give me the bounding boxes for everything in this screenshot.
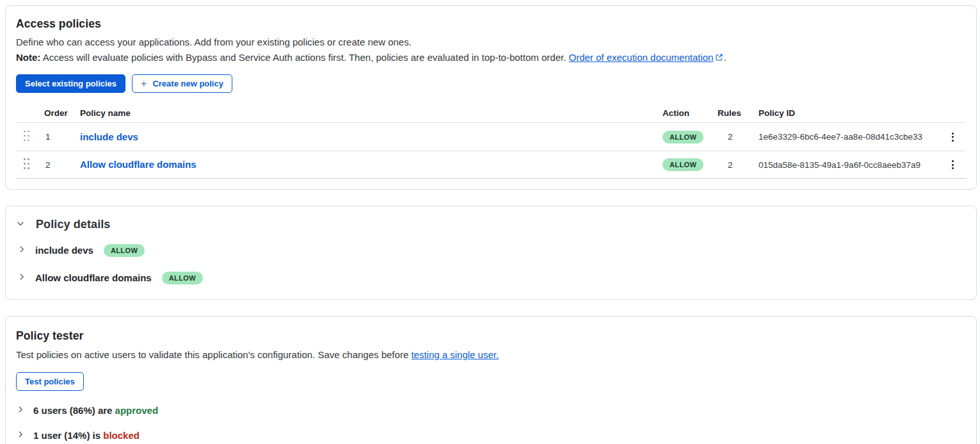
policy-detail-item[interactable]: include devs ALLOW xyxy=(16,242,145,259)
header-policy-name: Policy name xyxy=(80,108,663,118)
drag-handle-icon[interactable] xyxy=(24,158,33,171)
create-new-policy-label: Create new policy xyxy=(152,79,223,88)
blocked-status: blocked xyxy=(103,430,140,441)
tester-result-text: 1 user (14%) is blocked xyxy=(33,430,140,441)
action-badge: ALLOW xyxy=(663,131,703,144)
chevron-down-icon xyxy=(16,219,25,230)
page: Access policies Define who can access yo… xyxy=(0,0,980,444)
row-policy-id: 015da58e-8135-49a1-9a6f-0cc8aeeb37a9 xyxy=(759,160,938,170)
table-row: 2 Allow cloudflare domains ALLOW 2 015da… xyxy=(16,151,966,179)
row-policy-id: 1e6e3329-6bc6-4ee7-aa8e-08d41c3cbe33 xyxy=(759,132,938,142)
row-order: 2 xyxy=(44,160,80,170)
row-rules: 2 xyxy=(718,160,759,170)
chevron-right-icon xyxy=(16,430,25,441)
header-action: Action xyxy=(663,108,718,118)
external-link-icon xyxy=(715,51,723,66)
row-order: 1 xyxy=(44,132,80,142)
row-rules: 2 xyxy=(718,132,759,142)
policy-detail-item[interactable]: Allow cloudflare domains ALLOW xyxy=(16,269,203,286)
select-existing-policies-button[interactable]: Select existing policies xyxy=(16,74,125,93)
policy-details-title: Policy details xyxy=(36,218,110,231)
order-of-execution-link[interactable]: Order of execution documentation xyxy=(568,52,713,63)
test-policies-button[interactable]: Test policies xyxy=(16,372,84,391)
policy-detail-name: Allow cloudflare domains xyxy=(35,272,152,283)
drag-handle-icon[interactable] xyxy=(24,131,33,144)
chevron-right-icon xyxy=(17,272,26,283)
policies-table-header: Order Policy name Action Rules Policy ID xyxy=(16,103,966,122)
access-policies-card: Access policies Define who can access yo… xyxy=(5,5,977,190)
access-policies-title: Access policies xyxy=(16,17,966,31)
header-policy-id: Policy ID xyxy=(759,108,938,118)
testing-single-user-link[interactable]: testing a single user. xyxy=(411,349,499,360)
approved-status: approved xyxy=(115,405,159,416)
create-new-policy-button[interactable]: + Create new policy xyxy=(132,74,232,93)
policy-tester-card: Policy tester Test policies on active us… xyxy=(5,316,977,444)
policy-details-toggle[interactable]: Policy details xyxy=(16,218,110,231)
row-menu-button[interactable] xyxy=(939,130,966,144)
table-row: 1 include devs ALLOW 2 1e6e3329-6bc6-4ee… xyxy=(16,122,966,151)
note-label: Note: xyxy=(16,52,40,63)
chevron-right-icon xyxy=(17,245,26,256)
tester-result-blocked[interactable]: 1 user (14%) is blocked xyxy=(16,430,140,441)
policy-tester-description: Test policies on active users to validat… xyxy=(16,347,966,363)
policy-buttons-row: Select existing policies + Create new po… xyxy=(16,74,966,93)
header-order: Order xyxy=(44,108,80,118)
note-suffix: . xyxy=(723,52,726,63)
header-rules: Rules xyxy=(718,108,759,118)
tester-description-text: Test policies on active users to validat… xyxy=(16,349,411,360)
policy-name-link[interactable]: include devs xyxy=(80,131,138,142)
policy-detail-name: include devs xyxy=(35,245,93,256)
chevron-right-icon xyxy=(16,405,25,416)
note-text: Access will evaluate policies with Bypas… xyxy=(40,52,568,63)
policies-table: Order Policy name Action Rules Policy ID… xyxy=(16,103,966,179)
action-badge: ALLOW xyxy=(162,272,203,284)
tester-result-approved[interactable]: 6 users (86%) are approved xyxy=(16,405,158,416)
row-menu-button[interactable] xyxy=(939,158,966,172)
access-policies-note: Note: Access will evaluate policies with… xyxy=(16,50,966,66)
plus-icon: + xyxy=(141,80,147,88)
action-badge: ALLOW xyxy=(104,244,145,257)
policy-details-card: Policy details include devs ALLOW Allow … xyxy=(5,206,977,300)
policy-tester-title: Policy tester xyxy=(16,329,966,343)
action-badge: ALLOW xyxy=(663,158,703,171)
policy-name-link[interactable]: Allow cloudflare domains xyxy=(80,159,197,170)
tester-result-text: 6 users (86%) are approved xyxy=(33,405,158,416)
access-policies-description: Define who can access your applications.… xyxy=(16,35,966,50)
